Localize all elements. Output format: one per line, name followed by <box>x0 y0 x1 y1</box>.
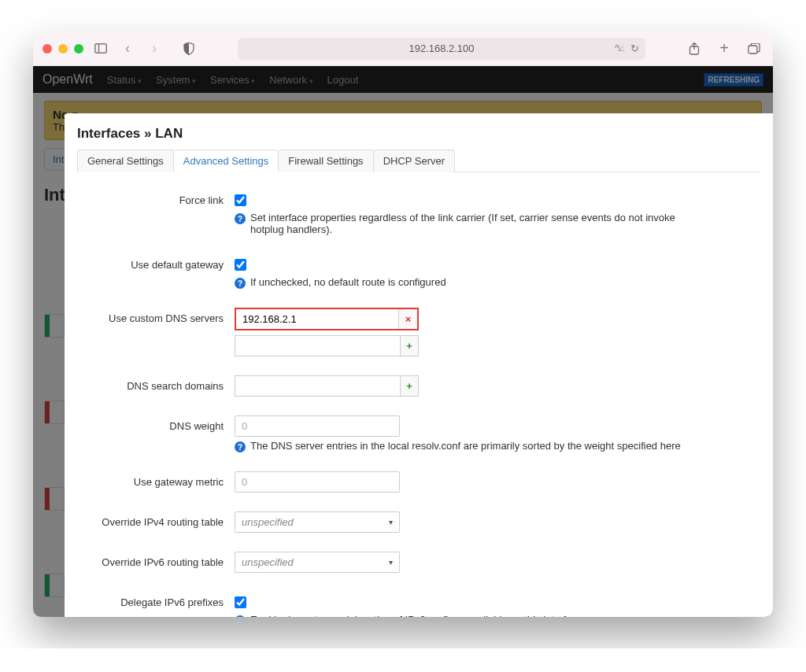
default-gateway-checkbox[interactable] <box>235 259 246 271</box>
force-link-help: Set interface properties regardless of t… <box>250 212 691 235</box>
default-gateway-help: If unchecked, no default route is config… <box>250 276 446 288</box>
interface-edit-modal: Interfaces » LAN General Settings Advanc… <box>65 113 773 617</box>
gateway-metric-label: Use gateway metric <box>77 471 235 488</box>
minimize-window-button[interactable] <box>58 44 68 54</box>
url-text: 192.168.2.100 <box>409 42 474 54</box>
delegate-ipv6-checkbox[interactable] <box>235 596 246 608</box>
svg-rect-0 <box>95 44 107 54</box>
tabs-icon[interactable] <box>745 39 763 58</box>
tab-advanced-settings[interactable]: Advanced Settings <box>174 150 279 172</box>
tab-dhcp-server[interactable]: DHCP Server <box>374 150 456 172</box>
custom-dns-new-input[interactable] <box>235 335 400 356</box>
page-content: OpenWrt Status System Services Network L… <box>33 66 773 617</box>
dns-weight-input[interactable] <box>235 415 400 437</box>
chevron-down-icon: ▾ <box>389 558 393 567</box>
dns-weight-label: DNS weight <box>77 415 235 432</box>
modal-title: Interfaces » LAN <box>77 120 760 150</box>
remove-dns-button[interactable]: × <box>398 309 417 329</box>
shield-icon[interactable] <box>179 39 198 58</box>
dns-search-label: DNS search domains <box>77 375 235 392</box>
override-ipv4-value: unspecified <box>242 516 294 528</box>
tab-firewall-settings[interactable]: Firewall Settings <box>279 150 373 172</box>
delegate-ipv6-help: Enable downstream delegation of IPv6 pre… <box>250 614 582 617</box>
browser-toolbar: ‹ › 192.168.2.100 ᴬ⟀ ↻ + <box>33 31 773 66</box>
add-dns-button[interactable]: + <box>400 335 419 356</box>
chevron-down-icon: ▾ <box>389 518 393 526</box>
delegate-ipv6-label: Delegate IPv6 prefixes <box>77 592 235 608</box>
reload-icon[interactable]: ↻ <box>630 42 639 54</box>
advanced-settings-form: Force link ? Set interface properties re… <box>77 172 760 617</box>
browser-window: ‹ › 192.168.2.100 ᴬ⟀ ↻ + OpenWrt St <box>33 31 773 617</box>
gateway-metric-input[interactable] <box>235 471 400 493</box>
dns-weight-help: The DNS server entries in the local reso… <box>250 440 681 452</box>
override-ipv4-label: Override IPv4 routing table <box>77 511 235 528</box>
override-ipv6-value: unspecified <box>242 556 294 568</box>
translate-icon[interactable]: ᴬ⟀ <box>615 42 624 54</box>
dns-search-input[interactable] <box>235 375 400 397</box>
svg-rect-4 <box>749 46 757 54</box>
custom-dns-label: Use custom DNS servers <box>77 308 235 324</box>
dns-search-add-row: + <box>235 375 419 397</box>
share-icon[interactable] <box>685 39 704 58</box>
help-icon[interactable]: ? <box>235 441 246 452</box>
custom-dns-input[interactable] <box>236 309 398 329</box>
override-ipv6-select[interactable]: unspecified ▾ <box>235 552 400 573</box>
maximize-window-button[interactable] <box>74 44 83 54</box>
close-window-button[interactable] <box>43 44 52 54</box>
back-button[interactable]: ‹ <box>118 39 137 58</box>
address-bar[interactable]: 192.168.2.100 ᴬ⟀ ↻ <box>238 38 645 60</box>
custom-dns-add-row: + <box>235 335 419 356</box>
forward-button[interactable]: › <box>145 39 164 58</box>
override-ipv6-label: Override IPv6 routing table <box>77 552 235 568</box>
sidebar-toggle-icon[interactable] <box>91 39 110 58</box>
custom-dns-entry: × <box>235 308 419 330</box>
new-tab-icon[interactable]: + <box>715 39 734 58</box>
window-controls <box>43 44 83 54</box>
help-icon[interactable]: ? <box>235 615 246 617</box>
force-link-checkbox[interactable] <box>235 194 246 206</box>
modal-tabs: General Settings Advanced Settings Firew… <box>77 150 760 172</box>
help-icon[interactable]: ? <box>235 213 246 224</box>
default-gateway-label: Use default gateway <box>77 254 235 271</box>
force-link-label: Force link <box>77 190 235 206</box>
tab-general-settings[interactable]: General Settings <box>77 150 174 172</box>
add-dns-search-button[interactable]: + <box>400 375 419 397</box>
override-ipv4-select[interactable]: unspecified ▾ <box>235 511 400 533</box>
help-icon[interactable]: ? <box>235 278 246 289</box>
